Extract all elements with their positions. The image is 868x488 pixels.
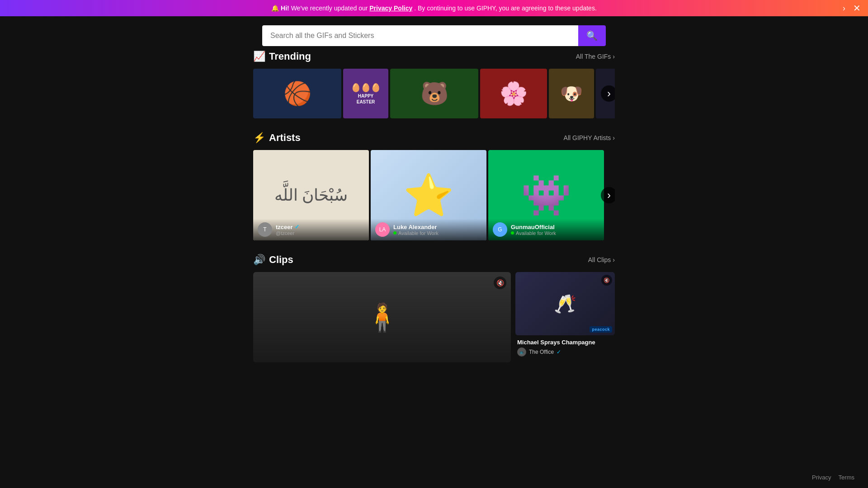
clips-header: 🔊 Clips All Clips ›: [253, 254, 615, 266]
banner-close-button[interactable]: ✕: [853, 3, 861, 14]
all-clips-label: All Clips: [588, 256, 611, 263]
side-clips: 🥂 🔇 peacock Michael Sprays Champagne 📺 T…: [515, 272, 615, 362]
gunmau-footer: G GunmauOfficial Available for Work: [488, 219, 604, 240]
office-icon: 🥂: [554, 293, 576, 314]
artists-title-text: Artists: [269, 132, 301, 144]
trending-gif-3: 🐻: [390, 69, 478, 118]
trending-header: 📈 Trending All The GIFs ›: [253, 51, 615, 62]
privacy-policy-link[interactable]: Privacy Policy: [369, 5, 412, 12]
search-button[interactable]: 🔍: [578, 25, 606, 46]
all-clips-arrow-icon: ›: [613, 256, 615, 263]
luke-info: Luke Alexander Available for Work: [393, 224, 439, 236]
footer-links: Privacy Terms: [812, 474, 854, 481]
gunmau-name-text: GunmauOfficial: [511, 224, 555, 230]
banner-suffix: . By continuing to use GIPHY, you are ag…: [414, 5, 597, 12]
trending-gif-1: 🏀: [253, 69, 341, 118]
clips-section: 🔊 Clips All Clips › 🧍 🔇 🥂 🔇: [253, 254, 615, 362]
artists-row: سُبْحَانَ اللَّه T tzceer ✓ @tzceer ⭐: [253, 150, 615, 240]
luke-status: Available for Work: [393, 230, 439, 236]
all-gifs-arrow-icon: ›: [613, 53, 615, 60]
search-input[interactable]: [262, 25, 578, 46]
tzceer-footer: T tzceer ✓ @tzceer: [253, 219, 369, 240]
search-icon: 🔍: [586, 31, 598, 41]
tzceer-verified-icon: ✓: [295, 224, 299, 230]
search-bar: 🔍: [262, 25, 606, 46]
gunmau-status: Available for Work: [511, 230, 556, 236]
artist-card-luke[interactable]: ⭐ LA Luke Alexander Available for Work: [371, 150, 486, 240]
trending-item[interactable]: 🐶: [549, 69, 594, 118]
gunmau-info: GunmauOfficial Available for Work: [511, 224, 556, 236]
luke-name-text: Luke Alexander: [393, 224, 437, 230]
tzceer-handle: @tzceer: [276, 230, 299, 236]
artists-section: ⚡ Artists All GIPHY Artists › سُبْحَانَ …: [253, 132, 615, 240]
all-artists-arrow-icon: ›: [613, 134, 615, 141]
luke-footer: LA Luke Alexander Available for Work: [371, 219, 486, 240]
gunmau-status-dot: [511, 231, 514, 235]
artist-card-gunmau[interactable]: 👾 G GunmauOfficial Available for Work: [488, 150, 604, 240]
clips-icon: 🔊: [253, 254, 265, 266]
banner-text: 🔔 Hi! We've recently updated our Privacy…: [9, 5, 859, 12]
all-gifs-link[interactable]: All The GIFs ›: [576, 53, 615, 60]
all-gifs-label: All The GIFs: [576, 53, 611, 60]
clip-source-label: The Office: [529, 349, 554, 355]
the-office-visual: 🥂: [515, 272, 615, 335]
side-mute-icon: 🔇: [604, 277, 610, 283]
gunmau-avatar: G: [493, 222, 507, 237]
clip-title: Michael Sprays Champagne: [517, 339, 613, 346]
gunmau-status-text: Available for Work: [516, 230, 556, 236]
peacock-badge: peacock: [590, 326, 612, 333]
clips-row: 🧍 🔇 🥂 🔇 peacock Michael Sprays Champagne: [253, 272, 615, 362]
artist-card-tzceer[interactable]: سُبْحَانَ اللَّه T tzceer ✓ @tzceer: [253, 150, 369, 240]
mute-icon: 🔇: [496, 279, 504, 286]
trending-item[interactable]: 🥚🥚🥚 HAPPY EASTER: [343, 69, 388, 118]
trending-item[interactable]: 🏀: [253, 69, 341, 118]
trending-gif-5: 🐶: [549, 69, 594, 118]
all-artists-link[interactable]: All GIPHY Artists ›: [564, 134, 615, 141]
banner-emoji: 🔔: [271, 5, 279, 12]
trending-next-button[interactable]: ›: [601, 85, 615, 102]
trending-section: 📈 Trending All The GIFs › 🏀 🥚🥚🥚 HAPPY EA…: [253, 51, 615, 118]
artists-next-button[interactable]: ›: [601, 187, 615, 203]
all-artists-label: All GIPHY Artists: [564, 134, 611, 141]
luke-name: Luke Alexander: [393, 224, 439, 230]
the-office-avatar: 📺: [517, 347, 526, 357]
search-container: 🔍: [0, 16, 868, 51]
person-icon: 🧍: [365, 301, 399, 333]
main-clip-mute-button[interactable]: 🔇: [494, 277, 506, 289]
trending-item[interactable]: 🌸: [480, 69, 547, 118]
tzceer-info: tzceer ✓ @tzceer: [276, 224, 299, 236]
trending-gif-4: 🌸: [480, 69, 547, 118]
trending-item[interactable]: 🐻: [390, 69, 478, 118]
the-office-verified-icon: ✓: [557, 349, 561, 355]
banner-greeting: Hi!: [281, 5, 289, 12]
tzceer-handle-text: @tzceer: [276, 230, 294, 236]
luke-status-text: Available for Work: [398, 230, 439, 236]
the-office-clip-info: Michael Sprays Champagne 📺 The Office ✓: [515, 335, 615, 357]
tzceer-name-text: tzceer: [276, 224, 293, 230]
bear-icon: 🐻: [420, 80, 448, 107]
trending-title: 📈 Trending: [253, 51, 311, 62]
dog-icon: 🐶: [560, 83, 583, 104]
trending-title-text: Trending: [269, 51, 311, 62]
tzceer-avatar: T: [258, 222, 272, 237]
artists-icon: ⚡: [253, 132, 265, 144]
privacy-link[interactable]: Privacy: [812, 474, 831, 481]
main-clip[interactable]: 🧍 🔇: [253, 272, 511, 362]
side-clip-mute-button[interactable]: 🔇: [601, 275, 612, 286]
arabic-text: سُبْحَانَ اللَّه: [274, 186, 348, 205]
trending-row: 🏀 🥚🥚🥚 HAPPY EASTER 🐻 🌸 🐶: [253, 69, 615, 118]
terms-link[interactable]: Terms: [839, 474, 854, 481]
banner-arrow-icon[interactable]: ›: [843, 4, 845, 13]
trending-gif-2: 🥚🥚🥚 HAPPY EASTER: [343, 69, 388, 118]
trending-icon: 📈: [253, 51, 265, 62]
gunmau-name: GunmauOfficial: [511, 224, 556, 230]
the-office-clip[interactable]: 🥂 🔇 peacock: [515, 272, 615, 335]
artists-header: ⚡ Artists All GIPHY Artists ›: [253, 132, 615, 144]
banner-message: We've recently updated our: [291, 5, 370, 12]
basketball-icon: 🏀: [283, 80, 311, 107]
flower-icon: 🌸: [500, 80, 528, 107]
all-clips-link[interactable]: All Clips ›: [588, 256, 615, 263]
notification-banner: 🔔 Hi! We've recently updated our Privacy…: [0, 0, 868, 16]
clips-title: 🔊 Clips: [253, 254, 293, 266]
creature-emoji: 👾: [521, 172, 571, 219]
